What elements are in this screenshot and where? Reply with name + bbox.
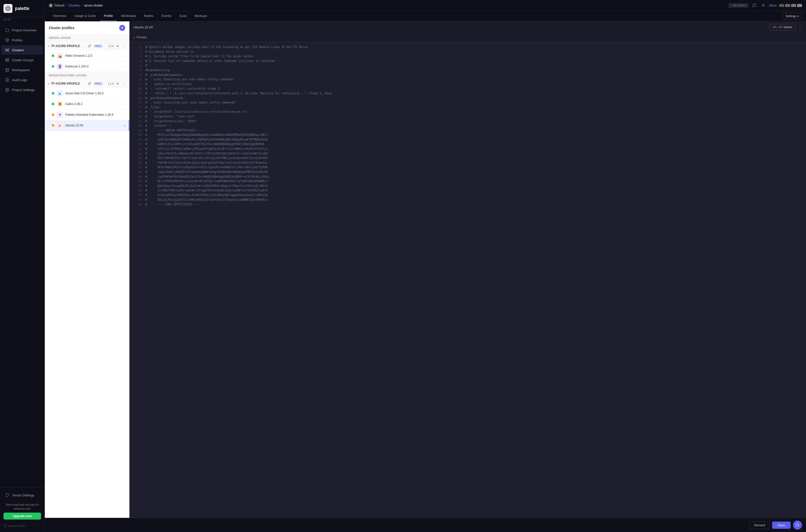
sidebar-item-label: Workspaces xyxy=(12,68,30,72)
code-line: 33# b+IDLmHPEGsY9KOZ9VLLPcPhx5FR9njFyXvD… xyxy=(129,193,806,197)
code-line: 11# - 'while [ ! -S /var/run/containerd/… xyxy=(129,91,806,96)
svg-line-8 xyxy=(6,49,7,50)
collapse-icon[interactable]: ‹ xyxy=(40,524,41,527)
line-number: 23 xyxy=(133,147,142,151)
tab-overview[interactable]: Overview xyxy=(49,11,70,21)
clusters-link[interactable]: Clusters xyxy=(69,3,80,7)
version-select-infra[interactable]: 1.1.0 xyxy=(105,81,120,86)
tab-nodes[interactable]: Nodes xyxy=(140,11,157,21)
line-number: 13 xyxy=(133,100,142,105)
sidebar-item-clusters[interactable]: Clusters xyxy=(1,45,43,55)
sidebar-item-project-settings[interactable]: Project Settings xyxy=(1,85,43,95)
line-content: # jZqpLdbBVjo0NZBTJFUCAwEAAaMmMCOwDgYDVR… xyxy=(145,170,802,174)
tab-events[interactable]: Events xyxy=(157,11,175,21)
code-line: 14# files: xyxy=(129,105,806,110)
profile-icon[interactable] xyxy=(760,2,767,9)
home-icon xyxy=(5,28,10,32)
addon-profile-version[interactable]: 1.1.0 xyxy=(105,43,120,49)
code-line: 32# ixl4B3fFNI+wih8/+p4xW+n3fvggVYHJ3zo8… xyxy=(129,188,806,193)
more-icon[interactable]: ⋮ xyxy=(122,44,126,48)
code-icon: </> xyxy=(772,25,776,29)
svg-rect-15 xyxy=(7,60,9,61)
svg-line-10 xyxy=(6,50,7,51)
ai-chat-button[interactable] xyxy=(793,520,802,530)
line-number: 19 xyxy=(133,128,142,133)
sidebar-item-label: Cluster Groups xyxy=(12,58,34,62)
docs-link[interactable]: Docs xyxy=(769,3,776,7)
version-select[interactable]: 1.1.0 xyxy=(105,43,120,49)
chevron-right-icon: › xyxy=(125,92,126,95)
line-content: #kubeadmconfig: xyxy=(145,68,802,72)
code-line: 29# /wQIMAYBAf8CAQAwDQYJKoZIhvcNAQELBQAD… xyxy=(129,174,806,179)
link-icon[interactable]: 🔗 xyxy=(88,82,91,86)
sidebar-item-workspaces[interactable]: Workspaces xyxy=(1,65,43,75)
chevron-down-icon: ▾ xyxy=(48,45,49,48)
workspace-name[interactable]: Default xyxy=(54,3,64,7)
sidebar-item-cluster-groups[interactable]: Cluster Groups xyxy=(1,55,43,65)
addon-layers-label: ADDON LAYERS xyxy=(45,35,129,41)
layer-name: Ubuntu 22.04 xyxy=(65,124,121,127)
sidebar-item-tenant-settings[interactable]: Tenant Settings xyxy=(1,491,43,500)
layer-azure-disk-csi[interactable]: ▲ Azure Disk CSI Driver 1.28.3 › xyxy=(45,88,129,99)
layer-name: Palette eXtended Kubernetes 1.30.4 xyxy=(65,113,123,116)
add-profile-button[interactable]: + xyxy=(119,25,125,31)
ctrl-3 xyxy=(791,4,796,7)
code-line: 1# Spectro Golden images includes most o… xyxy=(129,45,806,50)
tab-usage-costs[interactable]: Usage & Costs xyxy=(70,11,100,21)
more-options-icon[interactable]: ⋮ xyxy=(798,25,802,30)
code-line: 15# - targetPath: /usr/local/share/ca-ce… xyxy=(129,110,806,114)
tab-workloads[interactable]: Workloads xyxy=(117,11,140,21)
svg-point-4 xyxy=(5,49,6,50)
layer-ubuntu[interactable]: ● Ubuntu 22.04 › xyxy=(45,120,129,131)
line-content: # g8uhnpa/tGsaqO8LOFj6zsInKrsXSbE6YMY6+A… xyxy=(145,184,802,188)
addon-profile-header[interactable]: ▾ TF-AZURE-PROFILE 🔗 PROJ 1.1.0 ⋮ xyxy=(45,41,129,51)
line-number: 27 xyxy=(133,165,142,170)
line-content: # IkLaSJf6z/p2a3YjTxvHNCqFMLbJ2FvJwYCRzs… xyxy=(145,197,802,202)
settings-button[interactable]: Settings ▾ xyxy=(782,13,802,20)
infra-profile-header[interactable]: ▾ TF-AZURE-PROFILE 🔗 PROJ 1.1.0 ⋮ xyxy=(45,79,129,88)
ctrl-2 xyxy=(785,4,790,7)
panel-header: Cluster profiles + xyxy=(45,21,129,35)
layer-name: Kubecost 1.103.3 xyxy=(65,65,123,68)
code-line: 35# -----END CERTIFICATE----- xyxy=(129,202,806,207)
line-number: 6 xyxy=(133,68,142,73)
svg-line-26 xyxy=(798,526,799,527)
app-name: palette xyxy=(15,6,30,11)
sidebar-item-label: Clusters xyxy=(12,48,24,52)
sidebar-item-project-overview[interactable]: Project Overview xyxy=(1,25,43,35)
line-number: 33 xyxy=(133,193,142,197)
breadcrumb: Default / Clusters / azure-cluster xyxy=(49,3,103,7)
line-number: 16 xyxy=(133,114,142,119)
code-editor[interactable]: 1# Spectro Golden images includes most o… xyxy=(129,42,806,518)
layer-kubecost[interactable]: 🔮 Kubecost 1.103.3 › xyxy=(45,61,129,72)
line-content: # 7SEYNCV542lbYwn42kbcEq2pzzAaCqa5uEPsR9… xyxy=(145,160,802,165)
layer-hello-universe[interactable]: ⛺ Hello Universe 1.2.0 › xyxy=(45,51,129,61)
status-dot-yellow xyxy=(52,124,54,127)
tab-backups[interactable]: Backups xyxy=(191,11,211,21)
status-dot-green xyxy=(52,55,54,57)
upgrade-button[interactable]: Upgrade now xyxy=(3,513,41,519)
infra-profile-version[interactable]: 1.1.0 xyxy=(105,81,120,86)
code-line: 18# content: | xyxy=(129,124,806,128)
line-number: 29 xyxy=(133,174,142,179)
layer-icon-hello-universe: ⛺ xyxy=(57,53,63,59)
tab-profile[interactable]: Profile xyxy=(100,11,117,21)
discard-button[interactable]: Discard xyxy=(749,521,770,529)
link-icon[interactable]: 🔗 xyxy=(88,44,91,48)
layer-calico[interactable]: 🦊 Calico 3.26.1 › xyxy=(45,99,129,110)
settings-icon xyxy=(5,88,10,92)
layer-palette-kubernetes[interactable]: ✦ Palette eXtended Kubernetes 1.30.4 › xyxy=(45,110,129,120)
sidebar-item-audit-logs[interactable]: Audit Logs xyxy=(1,75,43,84)
tab-scan[interactable]: Scan xyxy=(175,11,191,21)
layers-icon xyxy=(5,38,10,42)
main-content: Default / Clusters / azure-cluster 1.29/… xyxy=(45,0,806,532)
line-content: # /wQIMAYBAf8CAQAwDQYJKoZIhvcNAQELBQADgg… xyxy=(145,174,802,179)
sidebar-item-profiles[interactable]: Profiles xyxy=(1,35,43,45)
svg-rect-14 xyxy=(5,60,7,61)
chat-icon[interactable] xyxy=(751,2,758,9)
editor-presets[interactable]: ▾ Presets xyxy=(129,33,806,42)
group-icon xyxy=(5,58,10,62)
more-icon[interactable]: ⋮ xyxy=(122,82,126,86)
values-button[interactable]: </> </> Values xyxy=(769,24,795,30)
save-button[interactable]: Save xyxy=(772,521,791,529)
